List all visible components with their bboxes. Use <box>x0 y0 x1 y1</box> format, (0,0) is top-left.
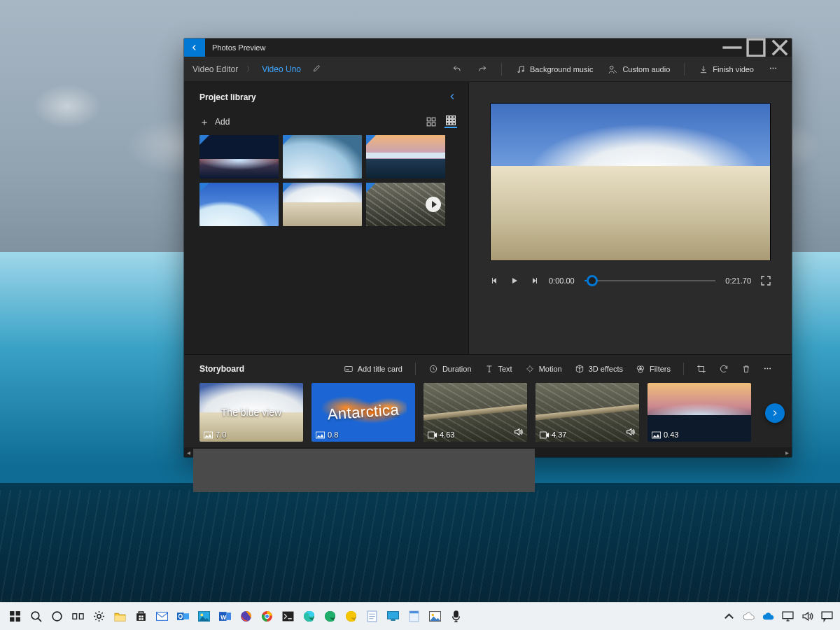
add-title-card-button[interactable]: Add title card <box>340 361 407 377</box>
undo-button[interactable] <box>447 62 468 77</box>
mail-icon[interactable] <box>152 607 172 626</box>
prev-frame-button[interactable] <box>490 276 500 286</box>
svg-point-22 <box>638 368 643 372</box>
svg-point-32 <box>31 612 39 620</box>
gallery-icon[interactable] <box>425 607 444 626</box>
outlook-icon[interactable] <box>173 607 192 626</box>
storyboard-card[interactable]: 4.37 <box>536 383 639 442</box>
add-media-label: Add <box>215 117 230 127</box>
3d-effects-button[interactable]: 3D effects <box>570 361 627 377</box>
close-button[interactable] <box>768 38 792 57</box>
library-item[interactable] <box>200 183 279 226</box>
rename-icon[interactable] <box>312 63 322 75</box>
tray-overflow-button[interactable] <box>720 607 737 626</box>
terminal-icon[interactable] <box>278 607 298 626</box>
storyboard-card[interactable]: The blue view 7.0 <box>200 383 303 442</box>
play-button[interactable] <box>510 276 519 286</box>
delete-button[interactable] <box>737 361 755 377</box>
network-icon[interactable] <box>779 607 796 626</box>
library-item[interactable] <box>200 135 279 178</box>
svg-point-55 <box>265 615 269 618</box>
svg-rect-41 <box>139 618 141 620</box>
store-icon[interactable] <box>131 607 150 626</box>
finish-video-button[interactable]: Finish video <box>693 62 760 77</box>
storyboard-title: Storyboard <box>200 364 244 374</box>
svg-rect-7 <box>449 116 452 119</box>
volume-icon[interactable] <box>799 607 816 626</box>
fullscreen-button[interactable] <box>761 276 771 286</box>
chrome-icon[interactable] <box>257 607 276 626</box>
search-button[interactable] <box>26 607 46 626</box>
sound-icon <box>625 427 635 439</box>
notepad-icon[interactable] <box>362 607 382 626</box>
library-item[interactable] <box>366 135 445 178</box>
duration-button[interactable]: Duration <box>424 361 476 377</box>
edge-icon[interactable] <box>299 607 318 626</box>
svg-rect-37 <box>115 615 125 620</box>
onedrive-sync-icon[interactable] <box>760 607 776 626</box>
notes-icon[interactable] <box>404 607 424 626</box>
action-center-button[interactable] <box>818 607 835 626</box>
motion-button[interactable]: Motion <box>521 361 566 377</box>
video-icon <box>540 431 549 439</box>
svg-point-1 <box>610 66 614 69</box>
library-item[interactable] <box>283 183 362 226</box>
storyboard-scrollbar[interactable]: ◂ ▸ <box>184 447 792 457</box>
filters-button[interactable]: Filters <box>631 361 675 377</box>
svg-point-21 <box>640 366 644 370</box>
library-item[interactable] <box>283 135 362 178</box>
text-button[interactable]: Text <box>480 361 517 377</box>
photos-window: Photos Preview Video Editor 〉 Video Uno … <box>184 38 792 457</box>
scroll-right-arrow-icon[interactable]: ▸ <box>785 449 789 456</box>
svg-rect-15 <box>492 278 493 284</box>
settings-icon[interactable] <box>89 607 108 626</box>
onedrive-icon[interactable] <box>740 607 757 626</box>
photos-icon[interactable] <box>194 607 214 626</box>
collapse-library-button[interactable] <box>447 92 457 104</box>
rotate-button[interactable] <box>715 361 733 377</box>
scroll-left-arrow-icon[interactable]: ◂ <box>187 449 190 456</box>
library-item[interactable] <box>366 183 445 226</box>
cortana-button[interactable] <box>47 607 66 626</box>
back-button[interactable] <box>184 38 205 57</box>
maximize-button[interactable] <box>744 38 768 57</box>
custom-audio-button[interactable]: Custom audio <box>603 62 676 77</box>
more-button[interactable]: ⋯ <box>764 62 783 76</box>
start-button[interactable] <box>5 607 24 626</box>
background-music-button[interactable]: Background music <box>510 62 599 77</box>
scroll-right-button[interactable] <box>765 403 785 423</box>
storyboard-card[interactable]: 4.63 <box>424 383 527 442</box>
mic-icon[interactable] <box>446 607 465 626</box>
storyboard-strip: The blue view 7.0 Antarctica 0.8 4.63 4.… <box>200 383 776 442</box>
storyboard-card[interactable]: 0.43 <box>648 383 751 442</box>
storyboard-more-button[interactable]: ⋯ <box>760 362 776 377</box>
svg-rect-43 <box>156 612 167 621</box>
svg-rect-29 <box>15 611 20 615</box>
edge-dev-icon[interactable] <box>320 607 340 626</box>
svg-rect-34 <box>72 614 76 620</box>
firefox-icon[interactable] <box>236 607 255 626</box>
next-frame-button[interactable] <box>529 276 539 286</box>
card-duration: 7.0 <box>216 430 226 439</box>
breadcrumb-root[interactable]: Video Editor <box>192 64 238 74</box>
svg-rect-56 <box>282 612 293 622</box>
word-icon[interactable]: W <box>215 607 234 626</box>
edge-canary-icon[interactable] <box>341 607 360 626</box>
virtual-machine-icon[interactable] <box>383 607 402 626</box>
grid-small-button[interactable] <box>444 115 457 128</box>
task-view-button[interactable] <box>68 607 88 626</box>
file-explorer-icon[interactable] <box>110 607 130 626</box>
grid-large-button[interactable] <box>425 115 438 128</box>
seek-bar[interactable] <box>584 275 716 286</box>
card-duration: 0.8 <box>328 430 338 439</box>
breadcrumb-current[interactable]: Video Uno <box>262 64 301 74</box>
storyboard-card[interactable]: Antarctica 0.8 <box>312 383 415 442</box>
svg-rect-8 <box>453 116 456 119</box>
redo-button[interactable] <box>472 62 493 77</box>
minimize-button[interactable] <box>720 38 744 57</box>
add-media-button[interactable]: ＋ Add <box>200 117 230 127</box>
video-preview[interactable] <box>490 103 771 261</box>
crop-button[interactable] <box>692 361 710 377</box>
svg-rect-6 <box>447 116 449 119</box>
project-library-title: Project library <box>200 92 447 102</box>
